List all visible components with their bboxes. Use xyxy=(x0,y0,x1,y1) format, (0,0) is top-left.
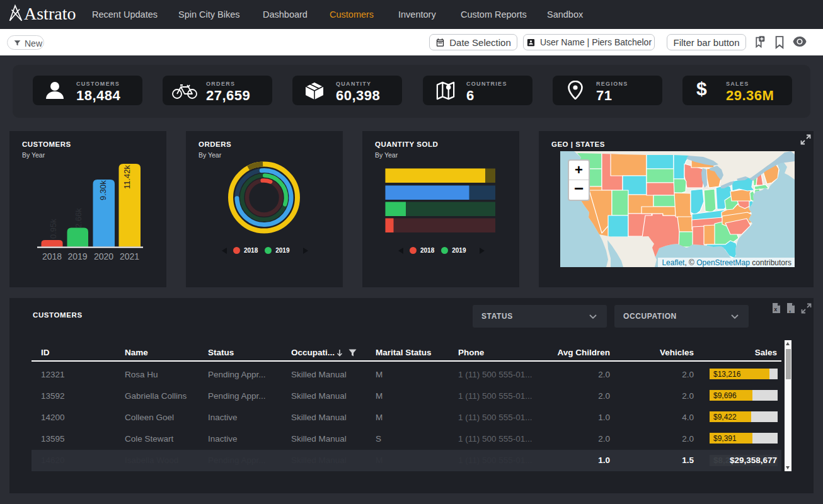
svg-text:,: , xyxy=(789,306,791,313)
svg-text:2021: 2021 xyxy=(120,251,139,261)
svg-text:2020: 2020 xyxy=(94,251,113,261)
svg-text:9.30k: 9.30k xyxy=(98,180,108,200)
svg-text:0.95k: 0.95k xyxy=(49,219,58,239)
svg-text:2018: 2018 xyxy=(42,251,62,261)
svg-text:x: x xyxy=(774,306,777,312)
svg-text:11.42k: 11.42k xyxy=(122,164,132,189)
svg-text:2019: 2019 xyxy=(67,251,87,261)
svg-text:2.66k: 2.66k xyxy=(74,208,83,228)
